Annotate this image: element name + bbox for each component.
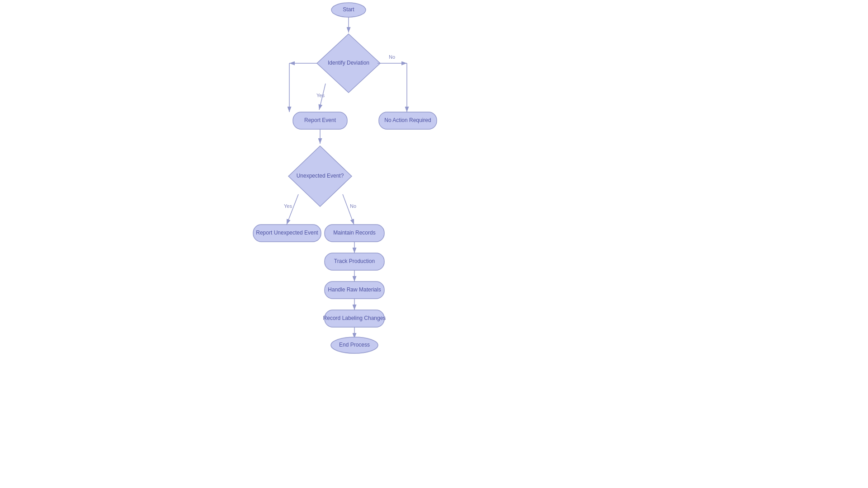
end-process-label: End Process	[339, 342, 370, 348]
no-action-label: No Action Required	[384, 117, 431, 123]
report-unexpected-label: Report Unexpected Event	[256, 230, 318, 236]
track-production-label: Track Production	[334, 258, 375, 264]
record-labeling-label: Record Labeling Changes	[323, 315, 386, 321]
unexpected-event-label: Unexpected Event?	[297, 173, 344, 179]
arrow-yes2-down	[287, 194, 298, 225]
arrow-no2-down	[343, 194, 354, 225]
no-label-1: No	[389, 54, 395, 60]
no-label-2: No	[350, 203, 356, 209]
flowchart: Start Identify Deviation Yes No Report E…	[0, 0, 868, 488]
handle-raw-label: Handle Raw Materials	[328, 286, 381, 293]
yes-label-1: Yes	[316, 93, 325, 98]
start-label: Start	[343, 6, 354, 13]
yes-label-2: Yes	[284, 203, 292, 209]
identify-deviation-label: Identify Deviation	[328, 60, 369, 66]
maintain-records-label: Maintain Records	[333, 230, 375, 236]
report-event-label: Report Event	[304, 117, 336, 123]
